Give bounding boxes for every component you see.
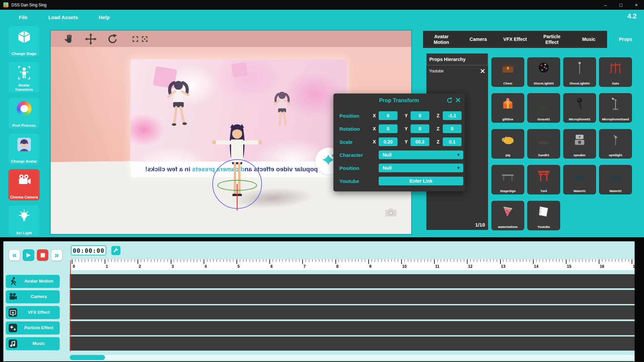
sidebar-button-change-avatar[interactable]: Change Avatar <box>8 133 40 165</box>
position-dropdown[interactable]: Null ▼ <box>379 164 463 172</box>
timeline-scrollbar[interactable] <box>70 355 635 360</box>
prop-tile-discolight03[interactable]: DiscoLight03 <box>527 57 560 87</box>
prop-tile-grass01[interactable]: Grass01 <box>527 93 560 123</box>
transform-input-position-z[interactable]: -1.1 <box>443 111 462 120</box>
enter-link-button[interactable]: Enter Link <box>379 177 463 185</box>
avatar-character[interactable] <box>195 107 282 219</box>
transport-rewind-icon[interactable]: « <box>9 249 20 261</box>
menu-item-load-assets[interactable]: Load Assets <box>48 14 78 20</box>
prop-tile-torii[interactable]: Torii <box>527 165 560 194</box>
ruler-minor-tick <box>484 259 484 262</box>
tab-music[interactable]: Music <box>570 31 607 48</box>
ruler-minor-tick <box>243 259 244 262</box>
transform-input-rotation-y[interactable]: 0 <box>411 124 429 133</box>
ruler-tick <box>368 259 369 264</box>
track-button-vfx-effect[interactable]: VFX Effect <box>6 306 60 319</box>
grass-icon <box>528 94 560 114</box>
tab-camera[interactable]: Camera <box>460 31 497 48</box>
refresh-icon[interactable] <box>446 97 453 105</box>
prop-tile-discolight04[interactable]: DiscoLight04 <box>563 57 596 87</box>
water-icon <box>599 166 632 185</box>
prop-tile-youtube[interactable]: Youtube <box>527 201 560 230</box>
prop-tile-spotlight[interactable]: spotlight <box>599 129 632 159</box>
transform-input-rotation-x[interactable]: 0 <box>379 124 397 133</box>
transform-rows: PositionX0Y0Z-1.1RotationX0Y0Z0ScaleX0.2… <box>333 109 465 148</box>
maximize-button[interactable]: □ <box>613 0 629 10</box>
track-button-music[interactable]: Music <box>6 337 60 350</box>
transport-stop-icon[interactable] <box>37 249 48 261</box>
prop-tile-speaker[interactable]: speaker <box>563 129 596 159</box>
snapshot-camera-icon[interactable] <box>385 207 397 219</box>
ruler-minor-tick <box>394 259 395 262</box>
transform-input-scale-z[interactable]: 0.1 <box>443 137 462 146</box>
sidebar-button-cinema-camera[interactable]: Cinema Camera <box>8 169 40 200</box>
ruler-minor-tick <box>474 259 474 262</box>
track-row-particle-effect[interactable] <box>70 321 635 335</box>
ruler-minor-tick <box>375 259 375 262</box>
character-dropdown[interactable]: Null ▼ <box>379 150 463 159</box>
tab-avatar-motion[interactable]: Avatar Motion <box>423 31 460 48</box>
prop-tile-watermelone[interactable]: watermelone <box>491 201 524 230</box>
prop-tile-chest[interactable]: Chest <box>491 57 524 87</box>
transport-play-icon[interactable]: ▶ <box>23 249 34 261</box>
move-icon[interactable] <box>85 33 97 45</box>
track-row-avatar-motion[interactable] <box>70 274 635 288</box>
minimize-button[interactable]: – <box>598 0 613 10</box>
tab-particle-effect[interactable]: Particle Effect <box>533 31 570 48</box>
prop-tile-pig[interactable]: pig <box>491 129 524 159</box>
ruler-minor-tick <box>520 259 520 262</box>
ruler-minor-tick <box>391 259 392 262</box>
track-row-camera[interactable] <box>70 290 635 304</box>
transport-forward-icon[interactable]: » <box>51 249 62 261</box>
position-dropdown-value: Null <box>383 164 391 172</box>
prop-tile-sand01[interactable]: Sand01 <box>527 129 560 159</box>
prop-tile-water01[interactable]: Water01 <box>563 165 596 194</box>
sidebar-button-set-light[interactable]: Set Light <box>8 205 40 236</box>
ruler-minor-tick <box>539 259 540 262</box>
close-icon[interactable] <box>479 68 486 74</box>
scrollbar-thumb[interactable] <box>70 355 105 360</box>
tab-props[interactable]: Props <box>607 31 644 48</box>
prop-tile-microphone01[interactable]: Microphone01 <box>563 93 596 123</box>
sidebar-button-avatar-transform[interactable]: Avatar Transform <box>8 62 40 93</box>
ruler-minor-tick <box>164 259 164 262</box>
track-row-music[interactable] <box>70 337 635 351</box>
ruler-minor-tick <box>556 259 556 262</box>
transform-input-scale-y[interactable]: 00.2 <box>411 137 429 146</box>
tab-vfx-effect[interactable]: VFX Effect <box>497 31 534 48</box>
ruler-minor-tick <box>292 259 293 262</box>
menu-item-file[interactable]: File <box>19 14 28 20</box>
hand-icon[interactable] <box>63 33 75 45</box>
timeline-ruler[interactable]: 01234567891011121314151617 <box>70 259 635 270</box>
ruler-minor-tick <box>296 259 296 262</box>
hierarchy-item-youtube[interactable]: Youtube <box>426 65 488 74</box>
prop-tile-stagesign[interactable]: StageSign <box>491 165 524 194</box>
transform-input-position-y[interactable]: 0 <box>411 111 429 120</box>
prop-tile-microphonestand[interactable]: MicrophoneStand <box>599 93 632 123</box>
track-row-vfx-effect[interactable] <box>70 305 635 319</box>
axis-label-x: X <box>371 135 378 148</box>
menu-item-help[interactable]: Help <box>99 14 110 20</box>
playhead[interactable] <box>70 260 71 351</box>
sidebar-button-change-stage[interactable]: Change Stage <box>8 26 40 57</box>
chevron-down-icon: ▼ <box>457 164 461 172</box>
transform-input-rotation-z[interactable]: 0 <box>443 124 462 133</box>
titlebar: DSS Dan Sing Sing – □ × <box>0 0 644 10</box>
track-button-avatar-motion[interactable]: Avatar Motion <box>6 275 60 288</box>
ruler-minor-tick <box>135 259 135 262</box>
transform-input-position-x[interactable]: 0 <box>379 111 397 120</box>
rotate-icon[interactable] <box>106 33 118 45</box>
transform-input-scale-x[interactable]: 0.20 <box>379 137 397 146</box>
prop-tile-water02[interactable]: Water02 <box>599 165 632 194</box>
sidebar-button-post-process[interactable]: Post Process <box>8 98 40 129</box>
track-button-camera[interactable]: Camera <box>6 290 60 303</box>
close-icon[interactable] <box>455 97 461 104</box>
ruler-minor-tick <box>309 259 309 262</box>
track-button-particle-effect[interactable]: Particle Effect <box>6 321 60 335</box>
prop-tile-giftbox[interactable]: giftBox <box>491 93 524 123</box>
timeline-settings-button[interactable] <box>111 246 120 255</box>
frame-dot-icon[interactable] <box>139 33 151 45</box>
close-button[interactable]: × <box>629 0 644 10</box>
ruler-minor-tick <box>372 259 372 262</box>
prop-tile-gate[interactable]: Gate <box>599 57 632 87</box>
